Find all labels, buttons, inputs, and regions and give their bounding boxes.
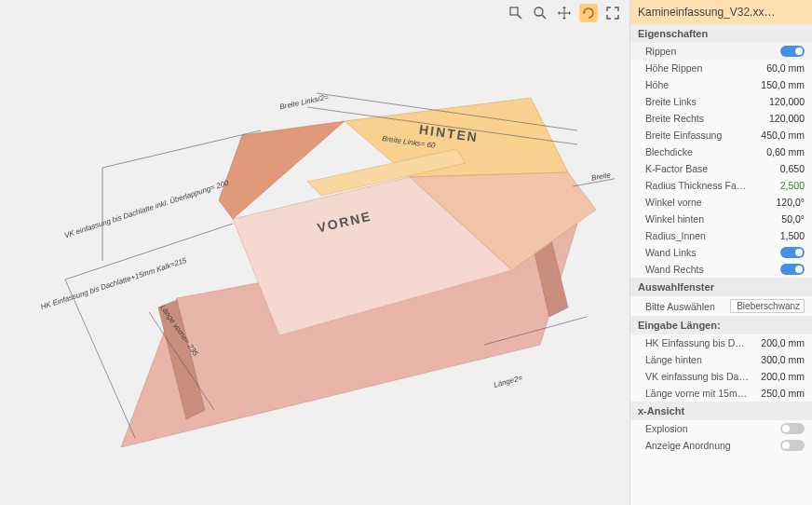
viewport-toolbar	[507, 4, 622, 22]
section-eigenschaften[interactable]: Eigenschaften	[630, 24, 812, 43]
prop-value[interactable]: 0,650	[749, 163, 805, 174]
prop-bitte-auswaehlen: Bitte Auswählen Bieberschwanz	[630, 296, 812, 316]
prop-breite-links: Breite Links 120,000	[630, 93, 812, 110]
prop-label: K-Factor Base	[645, 163, 749, 174]
prop-vk-einfassung: VK einfassung bis Dachla… 200,0 mm	[630, 368, 812, 385]
prop-breite-einfassung: Breite Einfassung 450,0 mm	[630, 127, 812, 143]
prop-label: Winkel vorne	[645, 197, 749, 208]
prop-label: Höhe	[645, 79, 749, 90]
prop-label: VK einfassung bis Dachla…	[645, 371, 749, 382]
orbit-icon	[581, 6, 596, 20]
prop-rippen: Rippen	[630, 43, 812, 60]
prop-k-factor: K-Factor Base 0,650	[630, 160, 812, 177]
prop-label: Wand Rechts	[645, 264, 780, 275]
fullscreen-icon	[605, 6, 620, 20]
select-value[interactable]: Bieberschwanz	[730, 299, 805, 313]
prop-value[interactable]: 120,000	[749, 96, 805, 107]
svg-line-1	[518, 15, 521, 19]
model-svg	[19, 37, 615, 485]
prop-value[interactable]: 2,500	[749, 180, 805, 191]
model-3d[interactable]: HINTEN VORNE VK einfassung bis Dachlatte…	[19, 37, 615, 485]
prop-label: Bitte Auswählen	[645, 301, 730, 312]
prop-label: Winkel hinten	[645, 213, 749, 225]
svg-line-3	[542, 15, 546, 19]
prop-label: Radius_Innen	[645, 230, 749, 241]
prop-label: Rippen	[645, 46, 780, 57]
prop-explosion: Explosion	[630, 420, 812, 437]
pan-icon	[557, 6, 572, 20]
prop-value[interactable]: 150,0 mm	[749, 79, 805, 90]
sidebar: Kamineinfassung_V32.xx… Eigenschaften Ri…	[629, 0, 812, 505]
prop-label: Länge vorne mit 15mm R…	[645, 388, 749, 399]
prop-blechdicke: Blechdicke 0,60 mm	[630, 143, 812, 160]
prop-value[interactable]: 200,0 mm	[749, 371, 805, 382]
toggle-wand-links[interactable]	[780, 247, 805, 258]
prop-wand-links: Wand Links	[630, 244, 812, 261]
zoom-window-icon	[508, 6, 523, 20]
prop-value[interactable]: 200,0 mm	[749, 337, 805, 348]
prop-label: Höhe Rippen	[645, 62, 749, 74]
prop-value[interactable]: 450,0 mm	[749, 130, 805, 141]
fullscreen-button[interactable]	[603, 4, 622, 22]
prop-label: Anzeige Anordnung	[645, 440, 780, 451]
prop-label: Wand Links	[645, 247, 780, 258]
prop-value[interactable]: 250,0 mm	[749, 388, 805, 399]
viewport-3d[interactable]: HINTEN VORNE VK einfassung bis Dachlatte…	[0, 0, 629, 505]
prop-label: Radius Thickness Factor	[645, 180, 749, 191]
prop-laenge-vorne-15: Länge vorne mit 15mm R… 250,0 mm	[630, 385, 812, 402]
toggle-anzeige-anordnung[interactable]	[780, 440, 805, 451]
prop-label: HK Einfassung bis Dachla…	[645, 337, 749, 348]
prop-value[interactable]: 0,60 mm	[749, 146, 805, 157]
orbit-button[interactable]	[579, 4, 598, 22]
prop-hk-einfassung: HK Einfassung bis Dachla… 200,0 mm	[630, 334, 812, 351]
prop-label: Breite Einfassung	[645, 130, 749, 141]
section-auswahlfenster[interactable]: Auswahlfenster	[630, 278, 812, 296]
prop-label: Explosion	[645, 423, 780, 434]
prop-radius-tf: Radius Thickness Factor 2,500	[630, 177, 812, 194]
toggle-wand-rechts[interactable]	[780, 264, 805, 275]
prop-laenge-hinten: Länge hinten 300,0 mm	[630, 351, 812, 368]
svg-rect-0	[510, 7, 518, 15]
prop-wand-rechts: Wand Rechts	[630, 261, 812, 278]
prop-label: Länge hinten	[645, 354, 749, 365]
section-x-ansicht[interactable]: x-Ansicht	[630, 402, 812, 420]
prop-label: Breite Rechts	[645, 113, 749, 124]
prop-radius-innen: Radius_Innen 1,500	[630, 227, 812, 244]
prop-value[interactable]: 50,0°	[749, 213, 805, 225]
prop-value[interactable]: 60,0 mm	[749, 62, 805, 74]
prop-value[interactable]: 300,0 mm	[749, 354, 805, 365]
prop-winkel-hinten: Winkel hinten 50,0°	[630, 211, 812, 227]
prop-label: Blechdicke	[645, 146, 749, 157]
prop-winkel-vorne: Winkel vorne 120,0°	[630, 194, 812, 211]
zoom-window-button[interactable]	[507, 4, 525, 22]
prop-breite-rechts: Breite Rechts 120,000	[630, 110, 812, 127]
svg-point-2	[535, 7, 543, 16]
toggle-rippen[interactable]	[780, 46, 805, 57]
prop-value[interactable]: 120,000	[749, 113, 805, 124]
prop-hoehe: Höhe 150,0 mm	[630, 76, 812, 93]
prop-value[interactable]: 120,0°	[749, 197, 805, 208]
prop-value[interactable]: 1,500	[749, 230, 805, 241]
toggle-explosion[interactable]	[780, 423, 805, 434]
pan-button[interactable]	[555, 4, 574, 22]
prop-hoehe-rippen: Höhe Rippen 60,0 mm	[630, 60, 812, 76]
section-eingabe-laengen[interactable]: Eingabe Längen:	[630, 316, 812, 334]
zoom-icon	[533, 6, 548, 20]
zoom-button[interactable]	[531, 4, 549, 22]
prop-label: Breite Links	[645, 96, 749, 107]
file-title: Kamineinfassung_V32.xx…	[630, 0, 812, 24]
prop-anzeige-anordnung: Anzeige Anordnung	[630, 437, 812, 454]
svg-line-17	[65, 280, 135, 438]
